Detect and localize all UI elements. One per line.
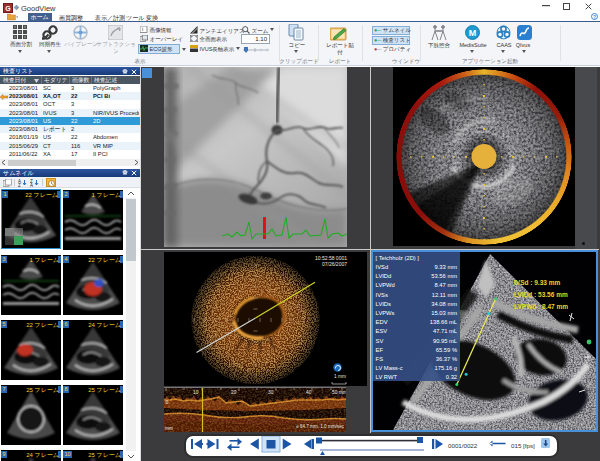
svg-text:i: i [142,26,143,32]
svg-text:A: A [30,183,33,187]
svg-text:20: 20 [231,390,237,395]
svg-text:0: 0 [166,400,169,405]
svg-text:IVSd : 9.33 mm: IVSd : 9.33 mm [514,279,560,286]
svg-text:10:52:58 0001: 10:52:58 0001 [315,255,347,261]
svg-text:LVIDd : 53.56 mm: LVIDd : 53.56 mm [514,291,568,298]
svg-text:07/26/2007: 07/26/2007 [322,261,347,267]
svg-text:10: 10 [193,390,199,395]
svg-text:40: 40 [306,390,312,395]
svg-text:Z: Z [18,183,21,187]
svg-text:M: M [469,27,477,37]
svg-text:« 64.7 mm, 1.0 mm/sec: « 64.7 mm, 1.0 mm/sec [296,424,345,429]
svg-text:LVPWd : 8.47 mm: LVPWd : 8.47 mm [514,303,568,310]
svg-text:mm: mm [165,426,173,431]
svg-text:1 mm: 1 mm [334,374,346,379]
svg-text:30: 30 [268,390,274,395]
svg-text:50 mm: 50 mm [332,390,346,395]
